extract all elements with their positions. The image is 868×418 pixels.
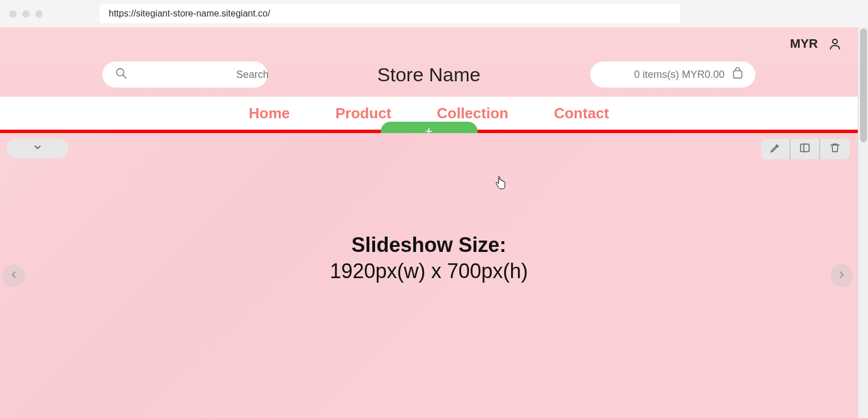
cart-label: 0 items(s) MYR0.00 [634,69,725,81]
section-toolbar [761,139,850,159]
chevron-left-icon [9,270,19,282]
slideshow-dimensions: 1920px(w) x 700px(h) [330,259,528,283]
header-main: Store Name 0 items(s) MYR0.00 [0,52,858,97]
nav-collection[interactable]: Collection [437,105,509,122]
svg-point-0 [833,39,837,44]
site-header: MYR Store Name 0 items(s) MYR0.00 [0,27,858,97]
cart-button[interactable]: 0 items(s) MYR0.00 [590,61,755,88]
svg-line-2 [123,75,126,78]
page-viewport: MYR Store Name 0 items(s) MYR0.00 [0,27,868,418]
chevron-right-icon [837,270,847,282]
store-title: Store Name [377,64,480,86]
search-input[interactable] [137,69,269,81]
page-content: MYR Store Name 0 items(s) MYR0.00 [0,27,858,418]
carousel-prev-button[interactable] [2,264,25,287]
url-bar[interactable]: https://sitegiant-store-name.sitegiant.c… [100,4,680,23]
layout-button[interactable] [791,139,820,159]
search-box[interactable] [102,61,268,88]
layout-icon [799,142,811,156]
carousel-next-button[interactable] [830,264,853,287]
edit-button[interactable] [761,139,791,159]
currency-selector[interactable]: MYR [790,36,818,51]
window-maximize-dot[interactable] [35,10,43,18]
collapse-section-button[interactable] [7,139,68,158]
nav-product[interactable]: Product [335,105,391,122]
delete-button[interactable] [820,139,850,159]
window-close-dot[interactable] [9,10,17,18]
shopping-bag-icon [731,67,744,82]
svg-rect-4 [801,144,809,151]
url-text: https://sitegiant-store-name.sitegiant.c… [109,9,270,19]
nav-home[interactable]: Home [249,105,290,122]
header-top-strip: MYR [0,27,858,52]
window-controls [9,10,43,18]
scrollbar-thumb[interactable] [860,28,867,142]
slideshow-section[interactable]: Slideshow Size: 1920px(w) x 700px(h) [0,133,858,418]
svg-rect-3 [734,71,742,78]
vertical-scrollbar[interactable] [858,27,868,418]
nav-contact[interactable]: Contact [554,105,609,122]
slideshow-placeholder-text: Slideshow Size: 1920px(w) x 700px(h) [330,233,528,283]
window-minimize-dot[interactable] [22,10,30,18]
user-icon[interactable] [828,37,842,51]
browser-chrome: https://sitegiant-store-name.sitegiant.c… [0,0,868,27]
pencil-icon [770,142,781,156]
chevron-down-icon [32,142,43,155]
search-icon [115,67,127,82]
slideshow-size-label: Slideshow Size: [330,233,528,257]
trash-icon [829,142,841,156]
